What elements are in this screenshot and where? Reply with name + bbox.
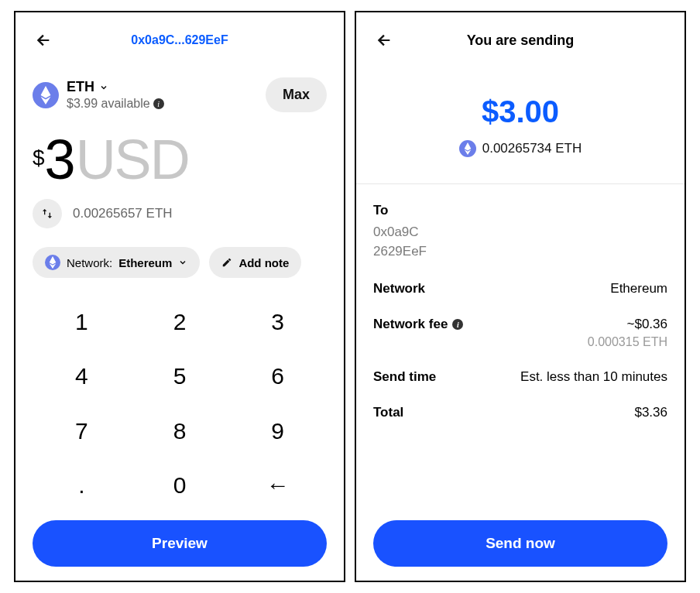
amount-display: $ 3 USD — [33, 128, 327, 191]
asset-selector[interactable]: ETH $3.99 available i Max — [33, 77, 327, 112]
send-now-button[interactable]: Send now — [373, 520, 667, 567]
swap-currency-button[interactable] — [33, 199, 62, 228]
key-7[interactable]: 7 — [33, 404, 131, 458]
screen-title: You are sending — [373, 33, 667, 49]
converted-amount: 0.00265657 ETH — [73, 206, 173, 221]
numeric-keypad: 1 2 3 4 5 6 7 8 9 . 0 ← — [33, 295, 327, 512]
total-row: Total $3.36 — [373, 405, 667, 420]
arrow-left-icon — [376, 32, 393, 49]
eth-icon — [45, 255, 60, 270]
add-note-chip[interactable]: Add note — [209, 247, 301, 278]
key-9[interactable]: 9 — [228, 404, 327, 458]
key-3[interactable]: 3 — [228, 295, 327, 349]
network-prefix: Network: — [67, 256, 112, 269]
available-text: $3.99 available — [67, 97, 150, 111]
details-block: To 0x0a9C 2629EeF Network Ethereum Netwo… — [373, 203, 667, 420]
confirm-amount-usd: $3.00 — [373, 94, 667, 129]
add-note-label: Add note — [238, 256, 289, 269]
total-value: $3.36 — [634, 405, 667, 420]
confirm-send-screen: You are sending $3.00 0.00265734 ETH To … — [355, 11, 686, 582]
info-icon[interactable]: i — [452, 319, 463, 330]
to-label: To — [373, 203, 667, 218]
amount-value: 3 — [45, 128, 74, 191]
asset-symbol: ETH — [67, 79, 94, 95]
fee-eth: 0.000315 ETH — [588, 335, 667, 349]
eth-icon — [33, 82, 59, 108]
info-icon[interactable]: i — [153, 98, 164, 109]
time-label: Send time — [373, 369, 436, 385]
key-8[interactable]: 8 — [131, 404, 229, 458]
time-row: Send time Est. less than 10 minutes — [373, 369, 667, 385]
network-value: Ethereum — [118, 256, 172, 269]
send-amount-screen: 0x0a9C...629EeF ETH $3.99 available i Ma… — [14, 11, 345, 582]
back-button[interactable] — [373, 29, 395, 51]
network-value: Ethereum — [610, 281, 667, 296]
time-value: Est. less than 10 minutes — [520, 369, 667, 385]
chips-row: Network: Ethereum Add note — [33, 247, 327, 278]
network-chip[interactable]: Network: Ethereum — [33, 247, 200, 278]
divider — [356, 183, 685, 184]
preview-button[interactable]: Preview — [33, 520, 327, 567]
amount-unit: USD — [76, 128, 189, 191]
key-backspace[interactable]: ← — [228, 458, 327, 512]
eth-icon — [459, 140, 476, 157]
total-label: Total — [373, 405, 403, 420]
header: 0x0a9C...629EeF — [33, 26, 327, 54]
currency-symbol: $ — [33, 146, 45, 170]
swap-icon — [41, 207, 53, 220]
to-address: 0x0a9C 2629EeF — [373, 223, 667, 261]
max-button[interactable]: Max — [266, 77, 327, 112]
network-row: Network Ethereum — [373, 281, 667, 296]
key-2[interactable]: 2 — [131, 295, 229, 349]
network-label: Network — [373, 281, 425, 296]
key-dot[interactable]: . — [33, 458, 131, 512]
key-1[interactable]: 1 — [33, 295, 131, 349]
to-address-line1: 0x0a9C — [373, 223, 667, 242]
header: You are sending — [373, 26, 667, 54]
fee-row: Network fee i ~$0.36 0.000315 ETH — [373, 317, 667, 349]
key-6[interactable]: 6 — [228, 349, 327, 403]
asset-text: ETH $3.99 available i — [67, 79, 164, 111]
key-4[interactable]: 4 — [33, 349, 131, 403]
conversion-row: 0.00265657 ETH — [33, 199, 327, 228]
confirm-amount-block: $3.00 0.00265734 ETH — [373, 94, 667, 157]
key-5[interactable]: 5 — [131, 349, 229, 403]
fee-usd: ~$0.36 — [588, 317, 667, 332]
chevron-down-icon — [99, 83, 108, 92]
fee-label: Network fee — [373, 317, 448, 332]
to-address-line2: 2629EeF — [373, 242, 667, 262]
confirm-amount-eth: 0.00265734 ETH — [482, 141, 582, 156]
key-0[interactable]: 0 — [131, 458, 229, 512]
chevron-down-icon — [178, 258, 187, 267]
pencil-icon — [221, 257, 232, 268]
recipient-address-link[interactable]: 0x0a9C...629EeF — [33, 33, 327, 47]
